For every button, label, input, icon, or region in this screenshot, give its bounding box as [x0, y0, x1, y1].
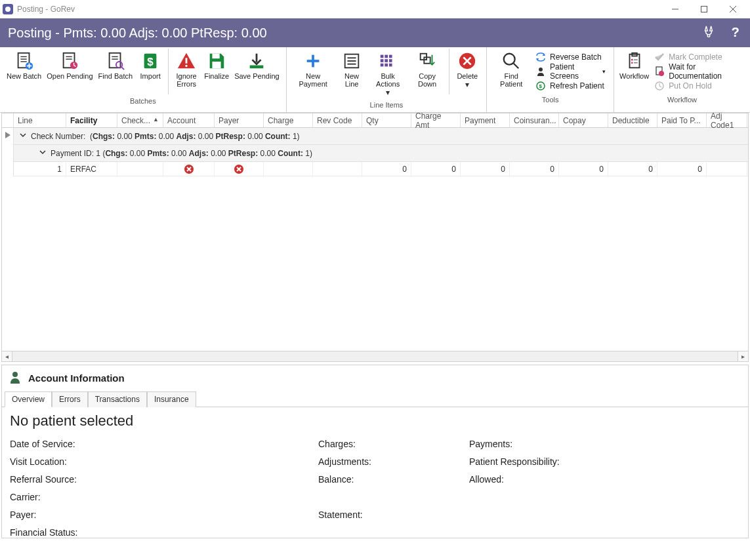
- col-charge[interactable]: Charge: [264, 113, 313, 127]
- maximize-button[interactable]: [690, 0, 719, 18]
- info-grid: Date of Service: Visit Location: Referra…: [10, 435, 740, 541]
- col-qty[interactable]: Qty: [362, 113, 411, 127]
- col-payment[interactable]: Payment: [461, 113, 510, 127]
- svg-line-55: [514, 64, 519, 69]
- svg-rect-42: [381, 59, 384, 62]
- account-info-title: Account Information: [28, 372, 125, 384]
- col-adjcode[interactable]: Adj Code1: [707, 113, 747, 127]
- cell-line[interactable]: 1: [39, 162, 66, 176]
- group-row-payment[interactable]: Payment ID: 1 ( Chgs: 0.00 Pmts: 0.00 Ad…: [14, 145, 748, 162]
- cell-revcode[interactable]: [313, 162, 362, 176]
- svg-line-24: [121, 67, 124, 70]
- ignore-errors-button[interactable]: Ignore Errors: [171, 49, 201, 89]
- workflow-button[interactable]: Workflow: [618, 49, 650, 81]
- chevron-down-icon: [39, 148, 47, 158]
- label-payments: Payments:: [469, 435, 633, 452]
- app-icon: [3, 4, 13, 14]
- label-payer: Payer:: [10, 506, 318, 523]
- wait-documentation-button[interactable]: Wait for Documentation: [650, 64, 746, 79]
- cell-chargeamt[interactable]: 0: [411, 162, 461, 176]
- minimize-button[interactable]: [661, 0, 690, 18]
- col-copay[interactable]: Copay: [559, 113, 608, 127]
- refresh-patient-button[interactable]: $ Refresh Patient: [531, 79, 610, 93]
- tab-overview[interactable]: Overview: [5, 391, 52, 407]
- cell-facility[interactable]: ERFAC: [66, 162, 117, 176]
- bulk-actions-button[interactable]: Bulk Actions ▾: [367, 49, 407, 98]
- label-dos: Date of Service:: [10, 435, 318, 452]
- help-icon[interactable]: ?: [728, 25, 742, 41]
- account-info-panel: Account Information Overview Errors Tran…: [1, 365, 749, 538]
- header-strip: Posting - Pmts: 0.00 Adjs: 0.00 PtResp: …: [0, 18, 750, 47]
- find-patient-button[interactable]: Find Patient: [491, 49, 531, 89]
- group-row-check[interactable]: Check Number: ( Chgs: 0.00 Pmts: 0.00 Ad…: [14, 128, 748, 145]
- patient-screens-button[interactable]: Patient Screens ▾: [531, 64, 610, 79]
- col-chargeamt[interactable]: Charge Amt: [411, 113, 461, 127]
- tab-insurance[interactable]: Insurance: [147, 391, 196, 407]
- col-facility[interactable]: Facility: [66, 113, 117, 127]
- ribbon-group-batches: New Batch Open Pending Find Batch $ Impo…: [0, 47, 287, 112]
- data-grid[interactable]: Line Facility Check...▲ Account Payer Ch…: [1, 113, 749, 362]
- cell-qty[interactable]: 0: [362, 162, 411, 176]
- label-charges: Charges:: [318, 435, 469, 452]
- group-label-workflow: Workflow: [618, 93, 746, 106]
- cell-account[interactable]: [163, 162, 215, 176]
- cell-copay[interactable]: 0: [559, 162, 608, 176]
- col-revcode[interactable]: Rev Code: [313, 113, 362, 127]
- tab-transactions[interactable]: Transactions: [88, 391, 147, 407]
- col-account[interactable]: Account: [163, 113, 215, 127]
- find-batch-button[interactable]: Find Batch: [96, 49, 136, 81]
- chevron-down-icon: ▾: [386, 88, 390, 97]
- ribbon-group-tools: Find Patient Reverse Batch Patient Scree…: [487, 47, 614, 112]
- col-payer[interactable]: Payer: [215, 113, 264, 127]
- label-adjustments: Adjustments:: [318, 452, 469, 470]
- open-pending-button[interactable]: Open Pending: [44, 49, 95, 81]
- save-pending-button[interactable]: Save Pending: [232, 49, 282, 81]
- scroll-track[interactable]: [12, 351, 738, 361]
- table-row[interactable]: 1 ERFAC 0 0 0 0 0 0 0: [14, 162, 748, 176]
- import-button[interactable]: $ Import: [135, 49, 165, 81]
- person-icon: [535, 66, 546, 77]
- clock-icon: [654, 81, 665, 91]
- copy-down-button[interactable]: Copy Down: [408, 49, 447, 89]
- tab-errors[interactable]: Errors: [52, 391, 88, 407]
- cell-charge[interactable]: [264, 162, 313, 176]
- col-coins[interactable]: Coinsuran...: [510, 113, 559, 127]
- svg-rect-46: [385, 64, 388, 67]
- svg-rect-2: [701, 7, 707, 12]
- cell-coins[interactable]: 0: [510, 162, 559, 176]
- scroll-left-icon[interactable]: ◂: [2, 351, 12, 361]
- scroll-right-icon[interactable]: ▸: [738, 351, 748, 361]
- cell-payer[interactable]: [215, 162, 264, 176]
- delete-button[interactable]: Delete ▾: [452, 49, 482, 90]
- dollar-icon: $: [140, 50, 160, 72]
- new-payment-button[interactable]: New Payment: [291, 49, 336, 89]
- person-icon: [9, 370, 22, 386]
- cell-deduct[interactable]: 0: [608, 162, 657, 176]
- cell-adjcode[interactable]: [707, 162, 747, 176]
- col-check[interactable]: Check...▲: [117, 113, 163, 127]
- grid-icon: [378, 50, 398, 72]
- grid-body: Check Number: ( Chgs: 0.00 Pmts: 0.00 Ad…: [2, 128, 748, 351]
- svg-rect-41: [389, 55, 392, 58]
- svg-point-66: [659, 71, 664, 76]
- label-carrier: Carrier:: [10, 488, 318, 506]
- col-deduct[interactable]: Deductible: [608, 113, 657, 127]
- horizontal-scrollbar[interactable]: ◂ ▸: [2, 351, 748, 361]
- col-paidtop[interactable]: Paid To P...: [657, 113, 707, 127]
- cell-paidtop[interactable]: 0: [657, 162, 707, 176]
- label-finstatus: Financial Status:: [10, 523, 318, 541]
- finalize-button[interactable]: Finalize: [201, 49, 232, 81]
- cell-check[interactable]: [117, 162, 163, 176]
- ribbon-group-lineitems: New Payment New Line Bulk Actions ▾ Copy…: [287, 47, 488, 112]
- new-line-button[interactable]: New Line: [336, 49, 368, 89]
- svg-rect-29: [213, 54, 220, 59]
- new-batch-button[interactable]: New Batch: [4, 49, 44, 81]
- close-button[interactable]: [719, 0, 747, 18]
- keys-icon[interactable]: [701, 25, 716, 41]
- search-icon: [501, 50, 521, 72]
- col-line[interactable]: Line: [14, 113, 66, 127]
- delete-icon: [457, 50, 477, 72]
- cell-payment[interactable]: 0: [461, 162, 510, 176]
- group-label-lineitems: Line Items: [291, 98, 483, 111]
- reverse-icon: [535, 52, 546, 62]
